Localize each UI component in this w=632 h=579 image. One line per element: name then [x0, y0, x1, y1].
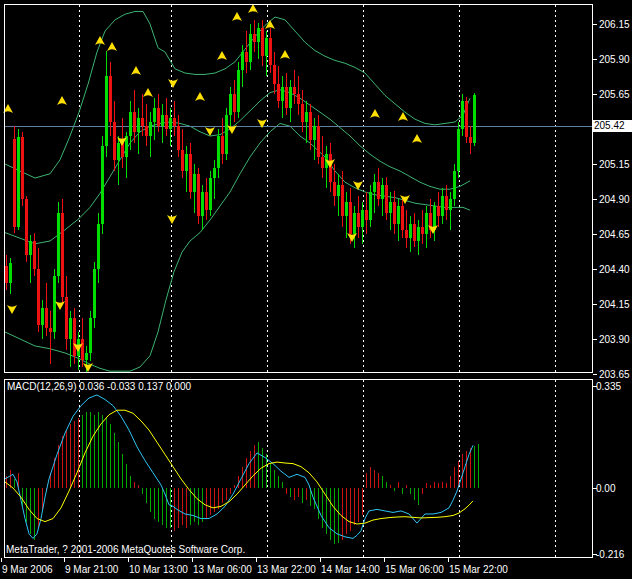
candlestick	[229, 94, 232, 115]
candlestick	[397, 206, 400, 224]
candlestick	[29, 241, 32, 255]
candlestick	[285, 87, 288, 108]
candlestick	[201, 192, 204, 216]
candlestick	[117, 143, 120, 160]
candlestick	[457, 129, 460, 171]
candlestick	[453, 171, 456, 199]
candlestick	[405, 230, 408, 238]
candlestick	[401, 206, 404, 230]
candlestick	[53, 276, 56, 332]
candlestick	[121, 143, 124, 157]
candlestick	[105, 76, 108, 146]
price-axis-label: 203.90	[599, 334, 630, 345]
candlestick	[273, 65, 276, 85]
time-axis-label: 9 Mar 21:00	[65, 564, 119, 575]
candlestick	[25, 199, 28, 255]
candlestick	[133, 112, 136, 132]
candlestick	[309, 112, 312, 140]
candlestick	[65, 297, 68, 339]
candlestick	[421, 227, 424, 234]
time-axis-label: 15 Mar 06:00	[385, 564, 444, 575]
candlestick	[101, 146, 104, 224]
candlestick	[381, 185, 384, 199]
candlestick	[353, 213, 356, 234]
candlestick	[149, 122, 152, 136]
time-axis-label: 9 Mar 2006	[2, 564, 53, 575]
candlestick	[41, 308, 44, 325]
candlestick	[369, 192, 372, 220]
candlestick	[81, 339, 84, 360]
candlestick	[33, 241, 36, 269]
candlestick	[173, 118, 176, 126]
candlestick	[17, 137, 20, 227]
price-axis-label: 206.15	[599, 19, 630, 30]
candlestick	[141, 118, 144, 126]
candlestick	[213, 168, 216, 178]
candlestick	[393, 202, 396, 224]
candlestick	[349, 202, 352, 234]
candlestick	[313, 126, 316, 140]
time-axis-label: 14 Mar 14:00	[321, 564, 380, 575]
price-axis-label: 204.65	[599, 229, 630, 240]
candlestick	[301, 104, 304, 122]
candlestick	[185, 154, 188, 171]
candlestick	[433, 206, 436, 230]
chart-canvas[interactable]: 206.15205.90205.65205.15204.90204.65204.…	[0, 0, 632, 579]
candlestick	[237, 70, 240, 112]
candlestick	[233, 94, 236, 112]
price-axis-label: 205.65	[599, 89, 630, 100]
candlestick	[145, 126, 148, 136]
candlestick	[85, 353, 88, 360]
candlestick	[153, 108, 156, 122]
candlestick	[97, 224, 100, 269]
macd-axis-label: 0.00	[596, 483, 616, 494]
candlestick	[277, 84, 280, 101]
candlestick	[181, 150, 184, 171]
price-axis-label: 204.90	[599, 194, 630, 205]
candlestick	[189, 154, 192, 192]
candlestick	[465, 101, 468, 137]
candlestick	[441, 196, 444, 216]
time-axis-label: 13 Mar 22:00	[257, 564, 316, 575]
copyright-watermark: MetaTrader, ? 2001-2006 MetaQuotes Softw…	[6, 544, 245, 556]
candlestick	[241, 52, 244, 70]
candlestick	[261, 28, 264, 56]
candlestick	[269, 38, 272, 65]
candlestick	[445, 196, 448, 210]
candlestick	[21, 137, 24, 199]
candlestick	[361, 210, 364, 227]
candlestick	[161, 115, 164, 126]
candlestick	[73, 318, 76, 356]
candlestick	[437, 206, 440, 216]
candlestick	[169, 118, 172, 129]
time-axis-label: 13 Mar 06:00	[193, 564, 252, 575]
candlestick	[365, 210, 368, 220]
candlestick	[49, 328, 52, 332]
candlestick	[281, 87, 284, 101]
candlestick	[377, 182, 380, 199]
candlestick	[333, 182, 336, 196]
candlestick	[113, 122, 116, 160]
candlestick	[417, 227, 420, 241]
candlestick	[193, 174, 196, 192]
candlestick	[425, 213, 428, 234]
macd-indicator-label: MACD(12,26,9) 0.036 -0.033 0.137 0.000	[7, 381, 191, 393]
candlestick	[345, 202, 348, 216]
candlestick	[157, 108, 160, 126]
candlestick	[205, 192, 208, 210]
candlestick	[197, 174, 200, 216]
candlestick	[245, 52, 248, 62]
price-axis-label: 204.15	[599, 299, 630, 310]
candlestick	[265, 38, 268, 56]
price-axis-label: 204.40	[599, 264, 630, 275]
candlestick	[329, 154, 332, 182]
candlestick	[89, 318, 92, 353]
candlestick	[45, 308, 48, 328]
candlestick	[69, 318, 72, 339]
candlestick	[249, 34, 252, 62]
candlestick	[57, 213, 60, 276]
candlestick	[257, 28, 260, 42]
candlestick	[337, 185, 340, 196]
candlestick	[13, 139, 16, 227]
candlestick	[9, 263, 12, 283]
